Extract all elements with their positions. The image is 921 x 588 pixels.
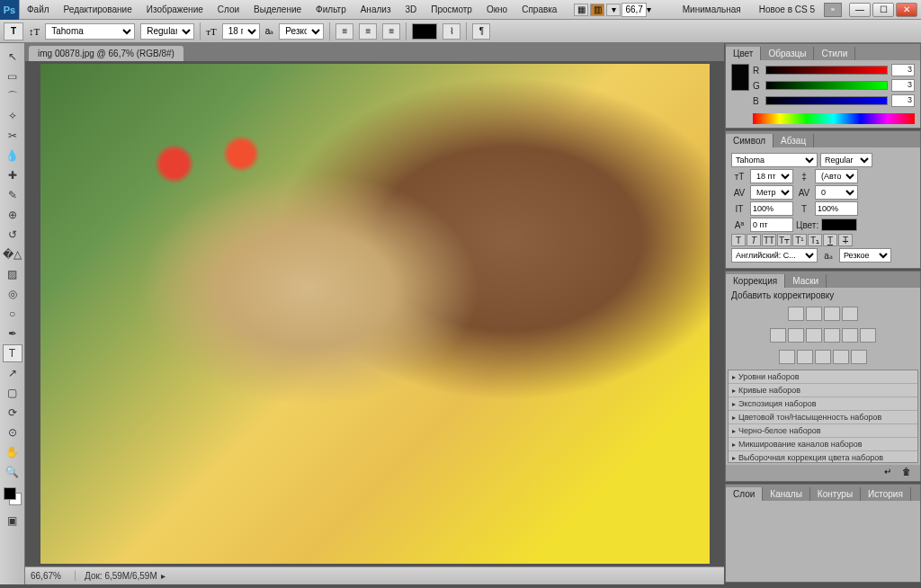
tab-paragraph[interactable]: Абзац bbox=[773, 134, 814, 147]
menu-file[interactable]: Файл bbox=[20, 0, 57, 20]
heal-tool[interactable]: ✚ bbox=[3, 166, 22, 184]
tab-paths[interactable]: Контуры bbox=[810, 487, 861, 501]
zoom-field[interactable]: 66,7 bbox=[621, 3, 646, 17]
antialias-select[interactable]: Резкое bbox=[279, 23, 324, 40]
foreground-color[interactable] bbox=[4, 487, 16, 500]
screen-mode-icon[interactable]: ▾ bbox=[606, 4, 621, 16]
b-value[interactable]: 3 bbox=[891, 94, 915, 107]
bridge-icon[interactable]: ▦ bbox=[574, 4, 588, 16]
status-docinfo[interactable]: Док: 6,59M/6,59M bbox=[76, 571, 157, 581]
r-slider[interactable] bbox=[765, 66, 888, 75]
eraser-tool[interactable]: �△ bbox=[3, 245, 22, 263]
align-right-icon[interactable]: ≡ bbox=[382, 23, 400, 40]
tab-color[interactable]: Цвет bbox=[726, 47, 761, 60]
tab-adjustments[interactable]: Коррекция bbox=[726, 274, 785, 288]
char-aa[interactable]: Резкое bbox=[839, 248, 891, 263]
char-panel-toggle-icon[interactable]: ¶ bbox=[472, 23, 490, 40]
color-preview[interactable] bbox=[731, 64, 749, 91]
dodge-tool[interactable]: ○ bbox=[3, 305, 22, 323]
menu-edit[interactable]: Редактирование bbox=[57, 0, 139, 20]
underline-btn[interactable]: T bbox=[823, 234, 837, 246]
font-size-select[interactable]: 18 пт bbox=[222, 23, 260, 40]
menu-window[interactable]: Окно bbox=[479, 0, 514, 20]
bw-icon[interactable] bbox=[824, 328, 840, 343]
type-tool[interactable]: T bbox=[3, 344, 22, 362]
gradient-tool[interactable]: ▨ bbox=[3, 265, 22, 283]
colorbalance-icon[interactable] bbox=[806, 328, 822, 343]
tab-masks[interactable]: Маски bbox=[785, 274, 827, 288]
menu-filter[interactable]: Фильтр bbox=[308, 0, 353, 20]
adjustment-presets[interactable]: Уровни наборов Кривые наборов Экспозиция… bbox=[728, 370, 918, 463]
preset-item[interactable]: Уровни наборов bbox=[729, 370, 917, 384]
document-tab[interactable]: img 00878.jpg @ 66,7% (RGB/8#) bbox=[29, 46, 183, 61]
hue-icon[interactable] bbox=[788, 328, 804, 343]
threshold-icon[interactable] bbox=[815, 350, 831, 364]
char-kerning[interactable]: Метричес bbox=[750, 185, 793, 200]
italic-btn[interactable]: T bbox=[747, 234, 761, 246]
allcaps-btn[interactable]: TT bbox=[762, 234, 776, 246]
quickmask-toggle[interactable]: ▣ bbox=[3, 512, 22, 530]
tab-layers[interactable]: Слои bbox=[726, 487, 763, 501]
r-value[interactable]: 3 bbox=[891, 64, 915, 76]
tab-channels[interactable]: Каналы bbox=[763, 487, 810, 501]
hue-strip[interactable] bbox=[753, 113, 915, 124]
char-vscale[interactable] bbox=[750, 201, 793, 216]
new-cs5[interactable]: Новое в CS 5 bbox=[750, 4, 824, 14]
curves-icon[interactable] bbox=[824, 307, 840, 321]
preset-item[interactable]: Цветовой тон/Насыщенность наборов bbox=[729, 411, 917, 424]
menu-select[interactable]: Выделение bbox=[246, 0, 308, 20]
tab-character[interactable]: Символ bbox=[726, 134, 773, 147]
invert-icon[interactable] bbox=[779, 350, 795, 364]
vibrance-icon[interactable] bbox=[770, 328, 786, 343]
type-tool-indicator[interactable]: T bbox=[4, 22, 23, 40]
minimize-button[interactable]: — bbox=[849, 3, 871, 17]
history-brush-tool[interactable]: ↺ bbox=[3, 226, 22, 244]
b-slider[interactable] bbox=[765, 96, 888, 105]
char-leading[interactable]: (Авто) bbox=[815, 169, 858, 183]
align-center-icon[interactable]: ≡ bbox=[359, 23, 377, 40]
preset-item[interactable]: Микширование каналов наборов bbox=[729, 438, 917, 451]
preset-item[interactable]: Черно-белое наборов bbox=[729, 424, 917, 438]
path-select-tool[interactable]: ↗ bbox=[3, 364, 22, 382]
brightness-icon[interactable] bbox=[788, 307, 804, 321]
selective-icon[interactable] bbox=[851, 350, 867, 364]
superscript-btn[interactable]: T¹ bbox=[792, 234, 807, 246]
menu-view[interactable]: Просмотр bbox=[424, 0, 479, 20]
text-color-swatch[interactable] bbox=[412, 23, 437, 40]
char-font-select[interactable]: Tahoma bbox=[731, 153, 818, 167]
char-style-select[interactable]: Regular bbox=[820, 153, 872, 167]
3d-tool[interactable]: ⟳ bbox=[3, 404, 22, 422]
preset-item[interactable]: Экспозиция наборов bbox=[729, 397, 917, 411]
menu-3d[interactable]: 3D bbox=[398, 0, 424, 20]
font-style-select[interactable]: Regular bbox=[140, 23, 194, 40]
exposure-icon[interactable] bbox=[842, 307, 858, 321]
char-language[interactable]: Английский: С... bbox=[731, 248, 818, 263]
warp-text-icon[interactable]: ⌇ bbox=[443, 23, 460, 40]
g-slider[interactable] bbox=[765, 81, 888, 90]
maximize-button[interactable]: ☐ bbox=[872, 3, 894, 17]
close-button[interactable]: ✕ bbox=[896, 3, 917, 17]
char-size[interactable]: 18 пт bbox=[750, 169, 793, 183]
tab-history[interactable]: История bbox=[861, 487, 911, 501]
shape-tool[interactable]: ▢ bbox=[3, 384, 22, 402]
eyedropper-tool[interactable]: 💧 bbox=[3, 147, 22, 165]
menu-layers[interactable]: Слои bbox=[210, 0, 246, 20]
smallcaps-btn[interactable]: Tᴛ bbox=[777, 234, 791, 246]
strike-btn[interactable]: T bbox=[838, 234, 853, 246]
font-toggle-icon[interactable]: ↕T bbox=[29, 26, 40, 37]
brush-tool[interactable]: ✎ bbox=[3, 186, 22, 204]
tab-swatches[interactable]: Образцы bbox=[761, 47, 814, 60]
zoom-tool[interactable]: 🔍 bbox=[3, 463, 22, 481]
menu-image[interactable]: Изображение bbox=[139, 0, 210, 20]
color-swatches[interactable] bbox=[4, 487, 22, 505]
bold-btn[interactable]: T bbox=[731, 234, 746, 246]
workspace-selector[interactable]: Минимальная bbox=[674, 4, 750, 14]
align-left-icon[interactable]: ≡ bbox=[335, 23, 353, 40]
font-family-select[interactable]: Tahoma bbox=[45, 23, 135, 40]
subscript-btn[interactable]: T₁ bbox=[808, 234, 822, 246]
hand-tool[interactable]: ✋ bbox=[3, 443, 22, 461]
lasso-tool[interactable]: ⌒ bbox=[3, 87, 22, 105]
canvas[interactable] bbox=[25, 61, 724, 566]
pen-tool[interactable]: ✒ bbox=[3, 325, 22, 343]
menu-help[interactable]: Справка bbox=[514, 0, 564, 20]
